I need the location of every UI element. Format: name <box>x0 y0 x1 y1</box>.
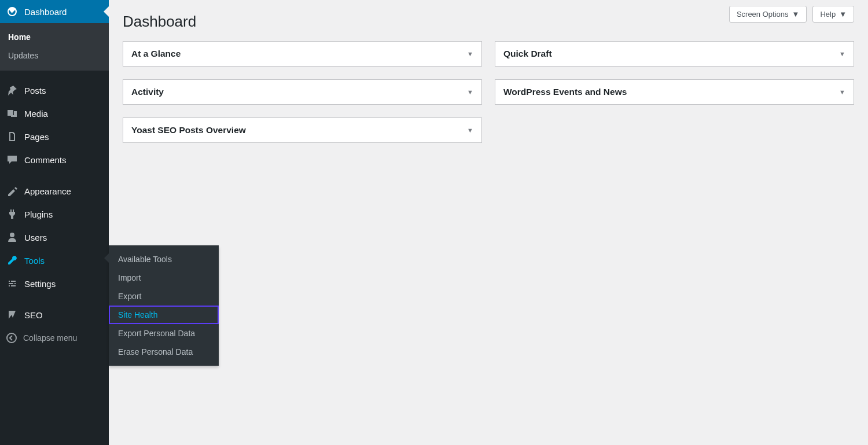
sidebar-item-label: SEO <box>24 310 43 320</box>
settings-icon <box>6 277 19 290</box>
sidebar-item-pages[interactable]: Pages <box>0 125 109 148</box>
metabox-quick-draft[interactable]: Quick Draft ▼ <box>495 41 854 67</box>
pin-icon <box>6 84 19 97</box>
dashboard-icon <box>6 5 19 18</box>
chevron-down-icon[interactable]: ▼ <box>839 50 845 57</box>
svg-point-0 <box>7 333 16 343</box>
appearance-icon <box>6 185 19 197</box>
metabox-title: Activity <box>131 87 164 97</box>
screen-options-button[interactable]: Screen Options ▼ <box>729 6 807 23</box>
sidebar-item-label: Users <box>24 233 47 242</box>
collapse-icon <box>6 332 17 344</box>
comments-icon <box>6 153 19 166</box>
pages-icon <box>6 130 19 143</box>
sidebar-item-comments[interactable]: Comments <box>0 148 109 171</box>
sidebar-item-label: Media <box>24 109 48 119</box>
sidebar-item-dashboard[interactable]: Dashboard <box>0 0 109 23</box>
sidebar-item-appearance[interactable]: Appearance <box>0 179 109 203</box>
sidebar-item-tools[interactable]: Tools <box>0 249 109 272</box>
screen-options-label: Screen Options <box>737 10 789 19</box>
sidebar-item-label: Appearance <box>24 186 71 196</box>
help-button[interactable]: Help ▼ <box>812 6 854 23</box>
dashboard-submenu: Home Updates <box>0 23 109 71</box>
collapse-label: Collapse menu <box>23 333 77 343</box>
sidebar-item-media[interactable]: Media <box>0 102 109 125</box>
chevron-down-icon[interactable]: ▼ <box>467 50 473 57</box>
chevron-down-icon[interactable]: ▼ <box>839 89 845 95</box>
sidebar-item-label: Comments <box>24 155 67 165</box>
chevron-down-icon[interactable]: ▼ <box>467 89 473 95</box>
widgets-column-right: Quick Draft ▼ WordPress Events and News … <box>495 41 854 143</box>
screen-meta-links: Screen Options ▼ Help ▼ <box>729 6 854 23</box>
sidebar-item-seo[interactable]: SEO <box>0 303 109 326</box>
users-icon <box>6 231 19 244</box>
sidebar-item-users[interactable]: Users <box>0 226 109 249</box>
media-icon <box>6 107 19 120</box>
metabox-at-a-glance[interactable]: At a Glance ▼ <box>123 41 482 67</box>
collapse-menu-button[interactable]: Collapse menu <box>0 326 109 350</box>
chevron-down-icon[interactable]: ▼ <box>467 127 473 134</box>
sidebar-item-label: Tools <box>24 256 45 266</box>
metabox-title: WordPress Events and News <box>503 87 627 97</box>
metabox-title: Yoast SEO Posts Overview <box>131 125 246 135</box>
metabox-yoast-overview[interactable]: Yoast SEO Posts Overview ▼ <box>123 117 482 143</box>
sidebar-item-settings[interactable]: Settings <box>0 272 109 295</box>
sidebar-item-label: Settings <box>24 279 56 289</box>
sidebar-item-label: Posts <box>24 86 46 95</box>
admin-sidebar: Dashboard Home Updates Posts Media Pages <box>0 0 109 445</box>
main-content: Screen Options ▼ Help ▼ Dashboard At a G… <box>109 0 868 445</box>
metabox-title: At a Glance <box>131 49 181 59</box>
sidebar-item-label: Pages <box>24 132 49 142</box>
metabox-activity[interactable]: Activity ▼ <box>123 79 482 105</box>
chevron-down-icon: ▼ <box>792 10 800 19</box>
plugins-icon <box>6 208 19 220</box>
metabox-events-news[interactable]: WordPress Events and News ▼ <box>495 79 854 105</box>
tools-icon <box>6 254 19 267</box>
sidebar-item-label: Dashboard <box>24 7 67 17</box>
sidebar-item-label: Plugins <box>24 209 53 219</box>
sidebar-item-posts[interactable]: Posts <box>0 79 109 102</box>
chevron-down-icon: ▼ <box>839 10 847 19</box>
help-label: Help <box>820 10 836 19</box>
dashboard-widgets: At a Glance ▼ Activity ▼ Yoast SEO Posts… <box>123 41 854 143</box>
yoast-icon <box>6 308 19 321</box>
submenu-item-home[interactable]: Home <box>0 28 109 46</box>
submenu-item-updates[interactable]: Updates <box>0 46 109 65</box>
sidebar-item-plugins[interactable]: Plugins <box>0 203 109 226</box>
widgets-column-left: At a Glance ▼ Activity ▼ Yoast SEO Posts… <box>123 41 482 143</box>
metabox-title: Quick Draft <box>503 49 552 59</box>
